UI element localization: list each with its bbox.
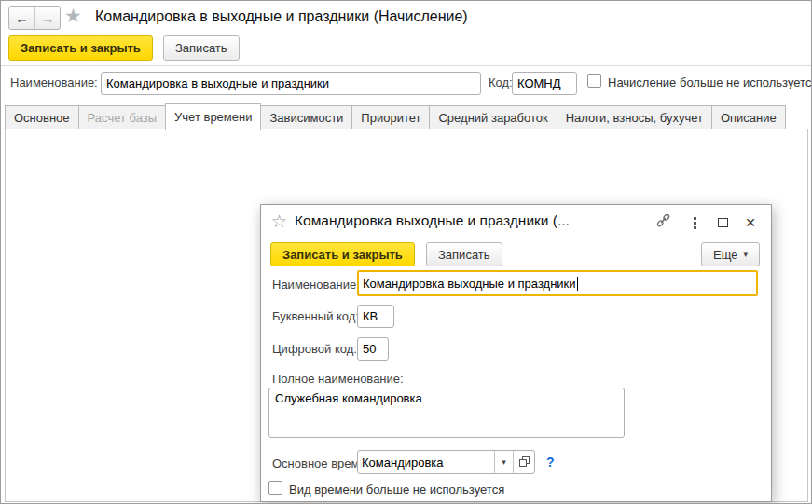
numeric-code-label: Цифровой код: xyxy=(272,342,357,356)
letter-code-value: КВ xyxy=(363,309,378,323)
arrow-right-icon: → xyxy=(41,10,55,26)
letter-code-label: Буквенный код: xyxy=(272,309,359,323)
save-and-close-button[interactable]: Записать и закрыть xyxy=(8,35,153,61)
name-field-label: Наименование: xyxy=(10,75,98,89)
kebab-menu-icon xyxy=(694,217,696,229)
dialog-name-input-value: Командировка выходные и праздники xyxy=(363,277,576,291)
tab-prioritet[interactable]: Приоритет xyxy=(351,105,430,130)
main-time-label: Основное время: xyxy=(272,456,369,470)
toolbar-separator xyxy=(1,65,812,66)
tab-uchet-vremeni[interactable]: Учет времени xyxy=(165,103,261,130)
full-name-value: Служебная командировка xyxy=(275,391,422,405)
time-kind-dialog: ☆ Командировка выходные и праздники (...… xyxy=(260,204,772,502)
main-time-choose-button[interactable] xyxy=(513,451,534,473)
dialog-name-input[interactable]: Командировка выходные и праздники xyxy=(357,270,758,296)
code-input[interactable]: КОМНД xyxy=(512,72,577,95)
dialog-favorite-star-icon[interactable]: ☆ xyxy=(271,211,287,232)
close-icon: × xyxy=(745,213,755,231)
dialog-save-and-close-button[interactable]: Записать и закрыть xyxy=(270,242,415,266)
tab-osnovnoe[interactable]: Основное xyxy=(5,105,79,130)
more-button-label: Еще xyxy=(713,248,737,262)
choose-form-icon xyxy=(519,456,530,470)
dialog-name-label: Наименование: xyxy=(272,278,360,292)
page-title: Командировка в выходные и праздники (Нач… xyxy=(95,8,468,25)
chain-link-icon xyxy=(655,212,671,231)
deprecated-checkbox-label[interactable]: Начисление больше не используется xyxy=(608,75,812,89)
dialog-save-button[interactable]: Записать xyxy=(426,242,502,266)
history-nav-group: ← → xyxy=(8,6,61,30)
name-input-value: Командировка в выходные и праздники xyxy=(106,76,329,90)
favorite-star-icon[interactable]: ★ xyxy=(64,5,82,27)
main-time-combo: Командировка ▾ xyxy=(357,450,535,474)
tab-opisanie[interactable]: Описание xyxy=(711,105,786,130)
tab-nalogi-vznosy[interactable]: Налоги, взносы, бухучет xyxy=(557,105,712,130)
forward-button[interactable]: → xyxy=(34,7,60,29)
deprecated-checkbox[interactable] xyxy=(587,74,601,88)
get-link-button[interactable] xyxy=(652,211,674,233)
back-button[interactable]: ← xyxy=(9,7,34,29)
arrow-left-icon: ← xyxy=(15,10,29,26)
full-name-label: Полное наименование: xyxy=(272,372,404,386)
text-caret xyxy=(577,277,578,291)
main-time-value-text: Командировка xyxy=(362,456,444,470)
dialog-maximize-button[interactable] xyxy=(711,211,734,234)
time-kind-deprecated-checkbox[interactable] xyxy=(268,481,282,495)
dialog-more-button[interactable]: Еще▾ xyxy=(701,242,760,266)
tab-zavisimosti[interactable]: Зависимости xyxy=(260,105,352,130)
time-kind-deprecated-checkbox-label[interactable]: Вид времени больше не используется xyxy=(289,483,504,497)
code-input-value: КОМНД xyxy=(517,76,561,90)
full-name-textarea[interactable]: Служебная командировка xyxy=(268,388,625,438)
save-button[interactable]: Записать xyxy=(163,35,240,61)
code-field-label: Код: xyxy=(489,75,513,89)
tab-raschet-bazy: Расчет базы xyxy=(78,105,167,130)
maximize-icon xyxy=(718,218,728,227)
chevron-down-icon: ▾ xyxy=(502,457,506,467)
dialog-close-button[interactable]: × xyxy=(739,211,762,233)
main-time-help-link[interactable]: ? xyxy=(546,455,555,470)
tab-sredniy-zarabotok[interactable]: Средний заработок xyxy=(429,105,557,130)
dialog-menu-button[interactable] xyxy=(683,211,706,234)
chevron-down-icon: ▾ xyxy=(743,250,748,259)
numeric-code-input[interactable]: 50 xyxy=(357,337,389,361)
main-time-dropdown-button[interactable]: ▾ xyxy=(494,451,513,473)
tab-bar: Основное Расчет базы Учет времени Зависи… xyxy=(5,103,785,130)
dialog-title: Командировка выходные и праздники (... xyxy=(295,212,570,229)
app-window: ← → ★ Командировка в выходные и праздник… xyxy=(0,0,812,504)
numeric-code-value: 50 xyxy=(363,342,376,356)
letter-code-input[interactable]: КВ xyxy=(357,305,394,328)
main-time-value[interactable]: Командировка xyxy=(358,451,494,473)
name-input[interactable]: Командировка в выходные и праздники xyxy=(101,72,481,95)
